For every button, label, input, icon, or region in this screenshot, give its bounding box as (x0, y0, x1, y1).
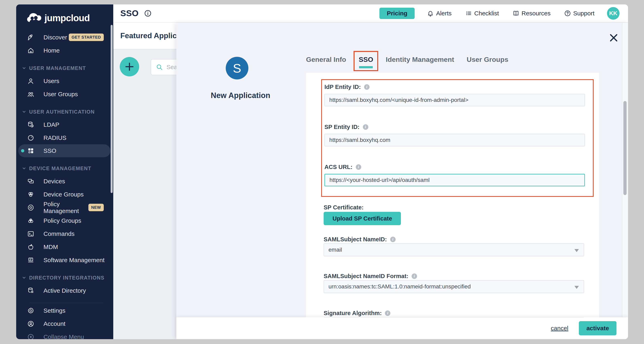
modal-footer: cancel activate (176, 317, 628, 339)
sidebar-item-account[interactable]: Account (16, 317, 113, 330)
sidebar-item-home[interactable]: Home (16, 44, 113, 57)
sidebar-item-collapse-menu[interactable]: Collapse Menu (16, 330, 113, 339)
idp-entity-id-label-row: IdP Entity ID: i (324, 83, 585, 90)
home-icon (27, 47, 34, 54)
tab-label: User Groups (466, 55, 508, 63)
section-label: DEVICE MANAGEMENT (29, 166, 91, 171)
sidebar-item-label: LDAP (44, 121, 59, 128)
bell-icon (427, 10, 434, 16)
modal-scrollbar[interactable] (622, 23, 628, 339)
tab-general-info[interactable]: General Info (306, 53, 346, 65)
sidebar-scrollbar[interactable] (111, 25, 113, 193)
sidebar-item-policy-management[interactable]: Policy Management NEW (16, 201, 113, 214)
sidebar-item-label: MDM (44, 244, 58, 250)
samlsubject-nameid-field: SAMLSubject NameID: i email (324, 236, 584, 256)
sidebar-item-discover[interactable]: Discover GET STARTED (16, 31, 113, 44)
modal-tabs: General Info SSO Identity Management Use… (306, 53, 508, 70)
chevron-down-icon (22, 110, 26, 114)
resources-button[interactable]: Resources (512, 10, 552, 17)
sidebar-item-devices[interactable]: Devices (16, 175, 113, 188)
sp-entity-id-label-row: SP Entity ID: i (324, 123, 585, 131)
info-icon[interactable]: i (364, 84, 370, 90)
sidebar-item-user-groups[interactable]: User Groups (16, 87, 113, 101)
chevron-down-icon (22, 166, 26, 171)
application-avatar: S (226, 57, 248, 79)
sidebar-item-software-management[interactable]: Software Management (16, 254, 113, 267)
idp-entity-id-input[interactable] (324, 94, 585, 106)
selected-value: urn:oasis:names:tc:SAML:1.0:nameid-forma… (328, 283, 471, 290)
sidebar-item-policy-groups[interactable]: Policy Groups (16, 214, 113, 227)
sidebar-item-active-directory[interactable]: Active Directory (16, 284, 113, 297)
sidebar-item-commands[interactable]: Commands (16, 227, 113, 240)
sidebar-item-radius[interactable]: RADIUS (16, 131, 113, 144)
resources-label: Resources (522, 10, 550, 17)
sidebar-item-label: Commands (44, 230, 74, 237)
header-actions: Pricing Alerts Checklist (380, 7, 628, 19)
activate-button[interactable]: activate (579, 321, 616, 335)
pricing-button[interactable]: Pricing (380, 8, 415, 19)
question-circle-icon (564, 10, 571, 16)
sidebar-item-label: Device Groups (44, 191, 84, 198)
modal-scrollbar-thumb[interactable] (623, 101, 626, 195)
checklist-icon (466, 10, 472, 16)
policy-groups-icon (27, 217, 34, 224)
sidebar-section-user-authentication[interactable]: USER AUTHENTICATION (16, 105, 113, 118)
signature-algorithm-field: Signature Algorithm: i RSA-SHA256 (324, 310, 584, 317)
info-icon[interactable]: i (412, 274, 417, 279)
sp-certificate-field: SP Certificate: Upload SP Certificate (324, 204, 584, 225)
tab-user-groups[interactable]: User Groups (466, 53, 508, 65)
jumpcloud-cloud-icon (27, 13, 42, 23)
sidebar-item-label: Software Management (44, 257, 104, 264)
support-button[interactable]: Support (563, 10, 596, 17)
sidebar-item-users[interactable]: Users (16, 74, 113, 87)
sp-certificate-label-row: SP Certificate: (324, 204, 584, 211)
tab-identity-management[interactable]: Identity Management (386, 53, 454, 65)
acs-url-label-row: ACS URL: i (324, 163, 585, 171)
user-avatar[interactable]: KK (607, 7, 620, 19)
info-icon[interactable]: i (390, 237, 396, 242)
tab-label: General Info (306, 55, 346, 63)
selected-value: email (328, 247, 342, 253)
info-icon[interactable]: i (385, 311, 390, 316)
section-label: USER AUTHENTICATION (29, 109, 95, 115)
device-groups-icon (27, 191, 34, 198)
sidebar-section-directory-integrations[interactable]: DIRECTORY INTEGRATIONS (16, 272, 113, 284)
sidebar-item-label: Users (44, 78, 59, 84)
field-label: Signature Algorithm: (324, 310, 382, 317)
apple-icon (27, 244, 34, 250)
add-application-button[interactable] (120, 57, 139, 76)
top-header: SSO Pricing Alerts Checklist (113, 4, 628, 23)
samlsubject-nameid-select[interactable]: email (324, 243, 584, 256)
samlsubject-nameid-format-select[interactable]: urn:oasis:names:tc:SAML:1.0:nameid-forma… (324, 280, 584, 293)
signature-algorithm-label-row: Signature Algorithm: i (324, 310, 584, 317)
sidebar-item-settings[interactable]: Settings (16, 304, 113, 317)
devices-icon (27, 178, 34, 185)
sp-entity-id-input[interactable] (324, 134, 585, 146)
sidebar-item-sso[interactable]: SSO (18, 144, 110, 157)
jumpcloud-logo[interactable]: jumpcloud (16, 4, 113, 25)
sidebar-item-device-groups[interactable]: Device Groups (16, 188, 113, 201)
sidebar-item-mdm[interactable]: MDM (16, 240, 113, 254)
upload-sp-certificate-button[interactable]: Upload SP Certificate (324, 212, 401, 225)
info-icon[interactable]: i (363, 124, 368, 130)
acs-url-input[interactable] (324, 174, 585, 186)
sidebar-item-label: Account (44, 320, 65, 327)
get-started-badge: GET STARTED (69, 33, 104, 41)
search-icon (156, 64, 163, 70)
sidebar-item-ldap[interactable]: LDAP (16, 118, 113, 131)
info-icon[interactable]: i (356, 164, 361, 170)
alerts-button[interactable]: Alerts (426, 10, 453, 17)
field-label: SAMLSubject NameID Format: (324, 273, 408, 280)
info-icon[interactable] (144, 10, 152, 17)
new-badge: NEW (88, 204, 104, 211)
tab-sso[interactable]: SSO (358, 53, 373, 70)
checklist-button[interactable]: Checklist (464, 10, 500, 17)
sidebar-divider (30, 303, 103, 303)
sidebar-section-user-management[interactable]: USER MANAGEMENT (16, 62, 113, 74)
sidebar-section-device-management[interactable]: DEVICE MANAGEMENT (16, 162, 113, 175)
account-icon (27, 320, 34, 327)
app-window: jumpcloud Discover GET STARTED Home (16, 4, 628, 339)
cancel-button[interactable]: cancel (550, 325, 570, 332)
section-label: DIRECTORY INTEGRATIONS (29, 275, 104, 281)
close-icon[interactable] (608, 32, 619, 43)
